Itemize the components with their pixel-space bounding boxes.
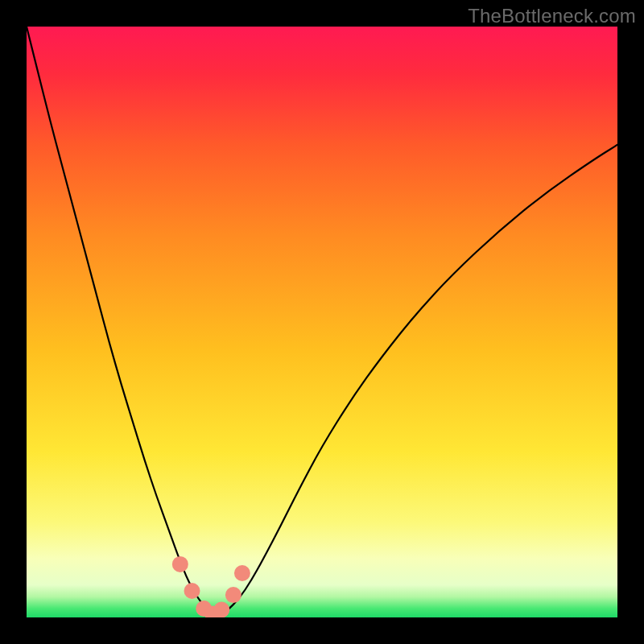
curve-marker (225, 587, 242, 603)
curve-marker (172, 556, 188, 572)
curve-marker (184, 583, 200, 599)
chart-svg (27, 27, 617, 617)
gradient-background (27, 27, 617, 617)
chart-frame: TheBottleneck.com (0, 0, 644, 644)
curve-marker (213, 601, 229, 617)
watermark-text: TheBottleneck.com (468, 5, 636, 27)
chart-plot-area (27, 27, 617, 617)
curve-marker (234, 565, 250, 581)
